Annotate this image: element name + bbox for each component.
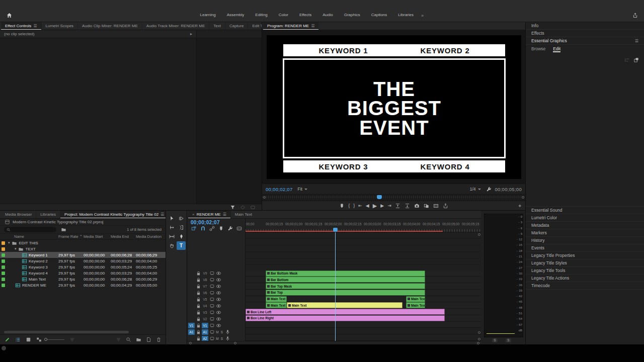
source-patch-v5[interactable] <box>188 297 195 302</box>
sync-lock-icon[interactable] <box>209 323 215 329</box>
sync-lock-icon[interactable] <box>209 310 215 316</box>
track-target-v2[interactable]: V2 <box>202 316 208 322</box>
linked-selection-icon[interactable] <box>209 225 215 231</box>
track-lane-v1[interactable] <box>246 322 481 328</box>
project-row-text[interactable]: ▾TEXT <box>0 246 166 252</box>
comparison-view-icon[interactable] <box>424 203 430 209</box>
tab-edit-to-tape[interactable]: Edit To Tape <box>248 22 262 30</box>
clip-main-text-r[interactable]: Main Text R <box>406 296 425 302</box>
bin-navigation-icon[interactable] <box>60 227 66 233</box>
program-scrubber[interactable] <box>262 194 525 201</box>
selection-tool[interactable] <box>167 214 176 223</box>
zoom-slider[interactable] <box>46 339 64 340</box>
label-color-chip[interactable] <box>2 253 5 257</box>
tab-media-browser[interactable]: Media Browser <box>1 211 36 218</box>
mark-in-icon[interactable]: { <box>348 204 350 208</box>
razor-tool[interactable] <box>177 223 186 232</box>
export-share-icon[interactable] <box>632 12 638 18</box>
keyframe-options-icon[interactable] <box>239 204 246 210</box>
track-target-a1[interactable]: A1 <box>202 329 208 335</box>
track-lane-a2[interactable] <box>246 334 481 341</box>
lock-icon[interactable] <box>195 284 201 290</box>
sync-lock-icon[interactable] <box>209 290 215 296</box>
panel-item-lumetri-color[interactable]: Lumetri Color <box>526 214 644 222</box>
lock-icon[interactable] <box>195 329 201 335</box>
panel-item-markers[interactable]: Markers <box>526 229 644 237</box>
workspace-tab-captions[interactable]: Captions <box>367 12 392 18</box>
panel-item-effects[interactable]: Effects <box>526 30 644 37</box>
solo-button[interactable]: S <box>220 330 224 334</box>
sync-lock-icon[interactable] <box>209 284 215 290</box>
track-target-v4[interactable]: V4 <box>202 303 208 309</box>
nest-icon[interactable] <box>191 225 197 231</box>
tab-capture[interactable]: Capture <box>225 22 248 30</box>
track-target-v7[interactable]: V7 <box>202 284 208 289</box>
clip-bar-bottom-mask[interactable]: Bar Bottom Mask <box>266 270 425 277</box>
tab-libraries[interactable]: Libraries <box>36 211 60 218</box>
add-marker-icon[interactable] <box>339 203 345 209</box>
extract-icon[interactable] <box>405 203 411 209</box>
lock-icon[interactable] <box>195 316 201 322</box>
clip-main-text-re[interactable]: Main Text Re <box>266 302 287 308</box>
freeform-view-icon[interactable] <box>36 337 42 343</box>
source-patch-v6[interactable] <box>188 290 195 296</box>
sync-lock-icon[interactable] <box>209 303 215 309</box>
export-frame-icon[interactable] <box>414 203 420 209</box>
play-icon[interactable]: ▶ <box>373 203 377 209</box>
voiceover-mic-icon[interactable] <box>224 329 230 335</box>
workspace-tab-graphics[interactable]: Graphics <box>340 12 365 18</box>
zoom-slider-handle[interactable] <box>44 338 47 341</box>
scrubber-playhead[interactable] <box>377 195 382 199</box>
source-patch-v1[interactable]: V1 <box>188 323 195 328</box>
tab-timeline-render-me[interactable]: × RENDER ME ☰ <box>188 211 230 218</box>
v-scroll-top-cap[interactable] <box>478 233 480 236</box>
snap-icon[interactable] <box>200 225 206 231</box>
program-timecode[interactable]: 00;00;02;07 <box>266 187 293 192</box>
workspace-overflow-chevron[interactable]: » <box>421 13 424 18</box>
panel-menu-icon[interactable]: ☰ <box>160 212 164 217</box>
essential-graphics-header[interactable]: Essential Graphics ☰ <box>526 37 644 45</box>
column-header-media-duration[interactable]: Media Duration <box>136 234 166 239</box>
track-lane-v7[interactable]: Bar Top Mask <box>246 283 481 290</box>
track-target-v5[interactable]: V5 <box>202 297 208 302</box>
slip-tool[interactable] <box>167 232 176 241</box>
timeline-h-scrollbar[interactable] <box>187 341 481 344</box>
track-output-eye-icon[interactable] <box>215 303 221 309</box>
new-layer-icon[interactable] <box>633 57 639 63</box>
label-color-chip[interactable] <box>2 278 5 281</box>
sync-lock-icon[interactable] <box>209 316 215 322</box>
track-target-v9[interactable]: V9 <box>202 270 208 276</box>
track-lane-v6[interactable]: Bar Top <box>246 290 481 296</box>
project-row-render-me[interactable]: RENDER ME29,97 fps00;00;00;0000;00;04;29… <box>0 282 166 288</box>
track-output-eye-icon[interactable] <box>215 284 221 290</box>
label-color-chip[interactable] <box>2 241 5 245</box>
panel-item-legacy-title-actions[interactable]: Legacy Title Actions <box>526 275 644 282</box>
project-file-row[interactable]: Modern Contrast Kinetic Typography Title… <box>0 219 166 226</box>
track-lane-v3[interactable]: Box Line Left <box>246 309 481 315</box>
track-output-eye-icon[interactable] <box>215 297 221 303</box>
track-lane-v9[interactable]: Bar Bottom Mask <box>246 270 481 277</box>
sync-lock-icon[interactable] <box>209 329 215 335</box>
source-patch-v9[interactable] <box>188 270 195 276</box>
source-patch-v8[interactable] <box>188 277 195 283</box>
add-marker-icon[interactable] <box>218 225 224 231</box>
label-color-chip[interactable] <box>2 259 5 263</box>
filter-properties-icon[interactable] <box>229 204 235 210</box>
panel-menu-icon[interactable]: ☰ <box>311 24 314 28</box>
column-header-name[interactable]: Name <box>0 234 58 239</box>
panel-menu-icon[interactable]: ☰ <box>33 24 37 28</box>
panel-menu-icon[interactable]: ☰ <box>223 212 226 217</box>
settings-wrench-icon[interactable] <box>486 186 492 192</box>
track-output-eye-icon[interactable] <box>215 290 221 296</box>
safe-margins-icon[interactable] <box>433 203 439 209</box>
playback-resolution-dropdown[interactable]: 1/4 <box>468 187 483 192</box>
automate-to-sequence-icon[interactable] <box>115 337 121 343</box>
panel-item-metadata[interactable]: Metadata <box>526 222 644 229</box>
clip-main-text-r[interactable]: Main Text R <box>406 302 425 308</box>
home-icon[interactable] <box>6 12 12 18</box>
mute-button[interactable]: M <box>215 330 219 334</box>
clip-bar-bottom[interactable]: Bar Bottom <box>266 277 425 283</box>
column-header-media-start[interactable]: Media Start <box>84 234 111 239</box>
panel-item-essential-sound[interactable]: Essential Sound <box>526 207 644 214</box>
hand-tool[interactable] <box>167 241 176 250</box>
